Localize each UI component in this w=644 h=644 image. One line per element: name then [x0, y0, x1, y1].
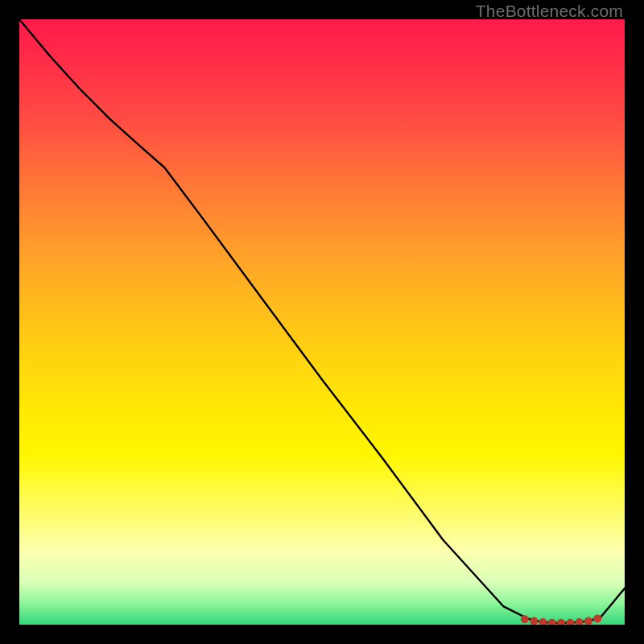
data-marker — [576, 618, 584, 625]
data-marker — [548, 619, 556, 625]
marker-group — [521, 614, 601, 625]
plot-area — [19, 19, 625, 625]
data-marker — [530, 617, 538, 625]
watermark-text: TheBottleneck.com — [476, 2, 623, 21]
chart-stage: TheBottleneck.com — [0, 0, 644, 644]
data-marker — [566, 619, 574, 625]
data-marker — [521, 615, 529, 623]
curve-line — [19, 19, 625, 623]
data-marker — [593, 614, 601, 622]
data-marker — [557, 619, 565, 625]
data-marker — [539, 618, 547, 625]
chart-svg — [19, 19, 625, 625]
data-marker — [584, 617, 592, 625]
